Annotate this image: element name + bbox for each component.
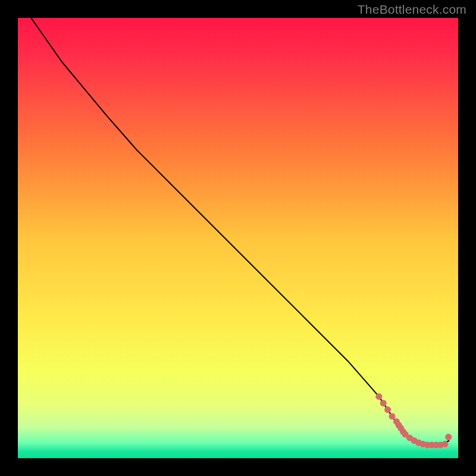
marker-point [445, 434, 452, 440]
marker-point [380, 400, 387, 406]
chart-wrapper: TheBottleneck.com [0, 0, 476, 476]
marker-point [441, 441, 448, 447]
marker-point [375, 393, 382, 400]
marker-point [389, 413, 396, 419]
plot-area [18, 18, 458, 458]
marker-point [384, 406, 391, 413]
chart-svg [18, 18, 458, 458]
heatmap-background [18, 18, 458, 458]
attribution-label: TheBottleneck.com [358, 2, 466, 17]
